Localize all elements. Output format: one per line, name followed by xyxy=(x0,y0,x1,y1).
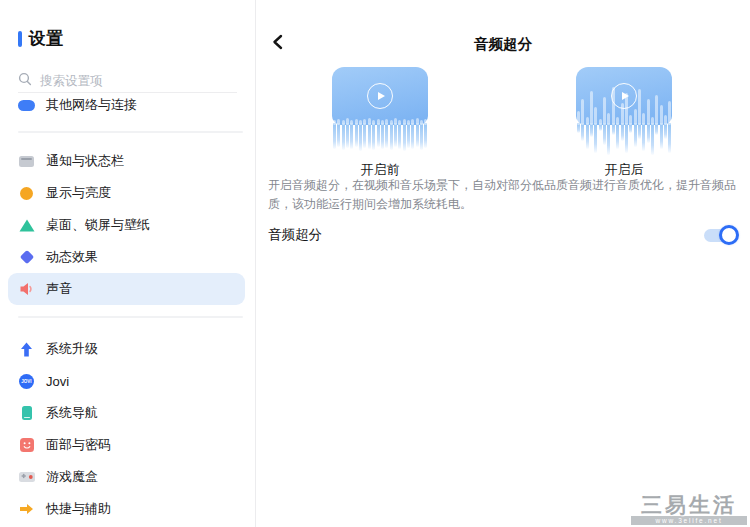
play-icon[interactable] xyxy=(611,83,637,109)
sidebar-item-nav-rect[interactable]: 系统导航 xyxy=(0,397,255,429)
waveform-highlight-bar xyxy=(638,89,641,125)
waveform-bar xyxy=(363,123,366,148)
waveform-bar xyxy=(355,123,358,147)
sidebar-item-jovi[interactable]: JOVIJovi xyxy=(0,365,255,397)
waveform-bar xyxy=(381,123,384,149)
audio-upscale-toggle[interactable] xyxy=(704,229,735,242)
waveform-bar xyxy=(603,123,606,145)
sidebar-item-arrow-right[interactable]: 快捷与辅助 xyxy=(0,493,255,525)
waveform-bar xyxy=(625,123,628,153)
waveform-bar xyxy=(342,123,345,150)
waveform-highlight-bar xyxy=(629,115,632,125)
waveform-bar xyxy=(359,123,362,151)
waveform-highlight-bar xyxy=(372,120,375,125)
statusbar-icon xyxy=(18,153,35,170)
waveform-bar xyxy=(642,123,645,151)
waveform-bar xyxy=(403,123,406,151)
waveform-bar xyxy=(377,123,380,147)
waveform-highlight-bar xyxy=(403,119,406,125)
sidebar-group-main: 通知与状态栏显示与亮度桌面、锁屏与壁纸动态效果声音 xyxy=(0,145,255,305)
sidebar-item-mountain[interactable]: 桌面、锁屏与壁纸 xyxy=(0,209,255,241)
sidebar-item-label: 快捷与辅助 xyxy=(46,500,111,518)
waveform-bar xyxy=(607,123,610,155)
waveform-highlight-bar xyxy=(407,120,410,125)
waveform-highlight-bar xyxy=(337,119,340,125)
sidebar-item-speaker[interactable]: 声音 xyxy=(8,273,245,305)
waveform-highlight-bar xyxy=(594,107,597,125)
game-icon xyxy=(18,469,35,486)
waveform-bar xyxy=(398,123,401,149)
sidebar-item-label: 通知与状态栏 xyxy=(46,152,124,170)
waveform-bar xyxy=(638,123,641,139)
sidebar-item-sun[interactable]: 显示与亮度 xyxy=(0,177,255,209)
waveform-highlight-bar xyxy=(577,111,580,125)
waveform-bar xyxy=(634,123,637,147)
waveform-bar xyxy=(664,123,667,139)
waveform-highlight-bar xyxy=(385,119,388,125)
waveform-bar xyxy=(581,123,584,141)
waveform-bar xyxy=(394,123,397,147)
waveform-bar xyxy=(411,123,414,149)
waveform-highlight-bar xyxy=(647,99,650,125)
waveform-highlight-bar xyxy=(424,119,427,125)
network-icon xyxy=(18,100,35,111)
waveform-bar xyxy=(420,123,423,150)
search-input[interactable]: 搜索设置项 xyxy=(18,70,237,93)
sidebar-item-label: 声音 xyxy=(46,280,72,298)
waveform-visual xyxy=(332,67,428,155)
waveform-bar xyxy=(390,123,393,150)
sidebar-item-label: 系统导航 xyxy=(46,404,98,422)
waveform-highlight-bar xyxy=(368,118,371,125)
sidebar-item-other-networks[interactable]: 其他网络与连接 xyxy=(0,92,255,118)
waveform-highlight-bar xyxy=(660,105,663,125)
waveform-highlight-bar xyxy=(420,120,423,125)
waveform-highlight-bar xyxy=(342,120,345,125)
arrow-right-icon xyxy=(18,501,35,518)
sidebar-item-game[interactable]: 游戏魔盒 xyxy=(0,461,255,493)
play-icon[interactable] xyxy=(367,83,393,109)
speaker-icon xyxy=(18,281,35,298)
waveform-bar xyxy=(668,123,671,153)
search-icon xyxy=(18,72,32,90)
sidebar-item-label: 动态效果 xyxy=(46,248,98,266)
waveform-highlight-bar xyxy=(603,97,606,125)
face-icon xyxy=(18,437,35,454)
jovi-icon: JOVI xyxy=(18,373,35,390)
waveform-highlight-bar xyxy=(655,95,658,125)
waveform-highlight-bar xyxy=(590,91,593,125)
waveform-highlight-bar xyxy=(381,120,384,125)
waveform-highlight-bar xyxy=(668,101,671,125)
sun-icon xyxy=(18,185,35,202)
settings-sidebar: 设置 搜索设置项 其他网络与连接 通知与状态栏显示与亮度桌面、锁屏与壁纸动态效果… xyxy=(0,0,256,527)
waveform-highlight-bar xyxy=(651,117,654,125)
waveform-bar xyxy=(424,123,427,148)
audio-sample-card: 开启后 xyxy=(576,67,672,179)
waveform-highlight-bar xyxy=(642,113,645,125)
waveform-highlight-bar xyxy=(607,113,610,125)
waveform-highlight-bar xyxy=(586,117,589,125)
waveform-bar xyxy=(647,123,650,143)
sidebar-group-system: 系统升级JOVIJovi系统导航面部与密码游戏魔盒快捷与辅助 xyxy=(0,333,255,525)
waveform-highlight-bar xyxy=(359,120,362,125)
waveform-highlight-bar xyxy=(634,109,637,125)
sidebar-item-arrow-up[interactable]: 系统升级 xyxy=(0,333,255,365)
toggle-label: 音频超分 xyxy=(268,226,322,244)
panel-title: 音频超分 xyxy=(256,35,750,54)
waveform-highlight-bar xyxy=(394,118,397,125)
sidebar-item-diamond[interactable]: 动态效果 xyxy=(0,241,255,273)
audio-sample-card: 开启前 xyxy=(332,67,428,179)
waveform-bar xyxy=(660,123,663,149)
waveform-highlight-bar xyxy=(616,117,619,125)
waveform-highlight-bar xyxy=(581,99,584,125)
audio-sample-cards: 开启前开启后 xyxy=(332,67,672,179)
waveform-bar xyxy=(350,123,353,149)
sidebar-item-statusbar[interactable]: 通知与状态栏 xyxy=(0,145,255,177)
sidebar-item-face[interactable]: 面部与密码 xyxy=(0,429,255,461)
waveform-highlight-bar xyxy=(411,119,414,125)
waveform-highlight-bar xyxy=(355,119,358,125)
waveform-bar xyxy=(346,123,349,148)
waveform-highlight-bar xyxy=(377,119,380,125)
waveform-bar xyxy=(372,123,375,150)
waveform-bar xyxy=(651,123,654,155)
waveform-bar xyxy=(337,123,340,147)
